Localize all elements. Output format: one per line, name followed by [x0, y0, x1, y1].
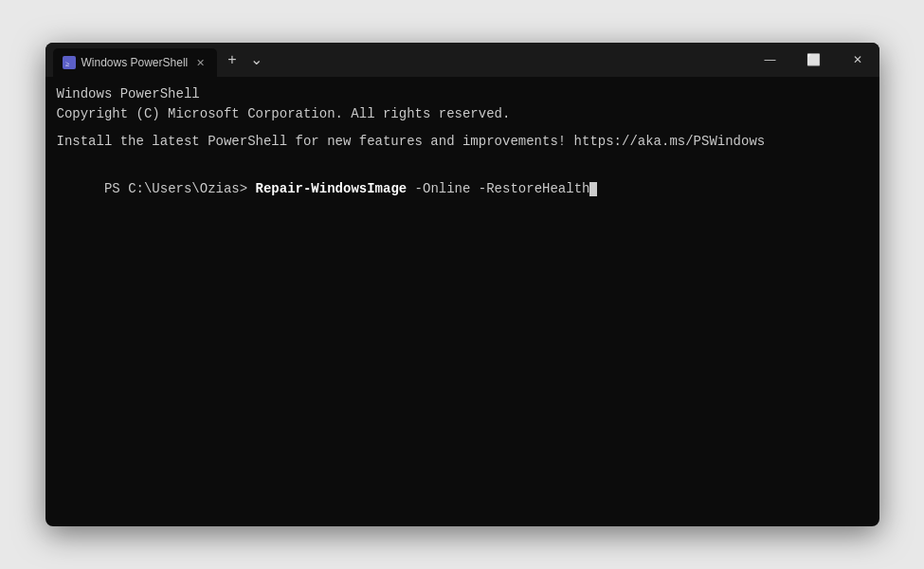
powershell-icon: ≥	[63, 56, 76, 69]
maximize-button[interactable]: ⬜	[792, 43, 836, 77]
terminal-cursor	[589, 182, 597, 196]
terminal-spacer-2	[57, 152, 868, 159]
svg-text:≥: ≥	[65, 60, 70, 67]
terminal-spacer-1	[57, 124, 868, 132]
terminal-line-4: Install the latest PowerShell for new fe…	[57, 132, 868, 152]
powershell-window: ≥ Windows PowerShell ✕ + ⌄ — ⬜ ✕ Windows…	[45, 43, 879, 526]
tab-actions: + ⌄	[223, 52, 266, 67]
active-tab[interactable]: ≥ Windows PowerShell ✕	[53, 48, 218, 77]
minimize-button[interactable]: —	[749, 43, 792, 77]
terminal-command-params: -Online -RestoreHealth	[407, 181, 589, 196]
new-tab-button[interactable]: +	[223, 52, 241, 67]
terminal-line-1: Windows PowerShell	[57, 84, 868, 104]
terminal-command-line: PS C:\Users\Ozias> Repair-WindowsImage -…	[57, 159, 868, 219]
terminal-prompt: PS C:\Users\Ozias>	[104, 181, 256, 196]
dropdown-button[interactable]: ⌄	[245, 52, 267, 67]
terminal-body[interactable]: Windows PowerShell Copyright (C) Microso…	[45, 77, 879, 526]
tab-label: Windows PowerShell	[82, 56, 189, 69]
close-button[interactable]: ✕	[836, 43, 879, 77]
title-bar: ≥ Windows PowerShell ✕ + ⌄ — ⬜ ✕	[45, 43, 879, 77]
terminal-line-2: Copyright (C) Microsoft Corporation. All…	[57, 104, 868, 124]
terminal-command-bold: Repair-WindowsImage	[256, 181, 408, 196]
tab-area: ≥ Windows PowerShell ✕ + ⌄	[53, 43, 749, 77]
window-controls: — ⬜ ✕	[749, 43, 879, 77]
tab-close-button[interactable]: ✕	[193, 56, 208, 70]
